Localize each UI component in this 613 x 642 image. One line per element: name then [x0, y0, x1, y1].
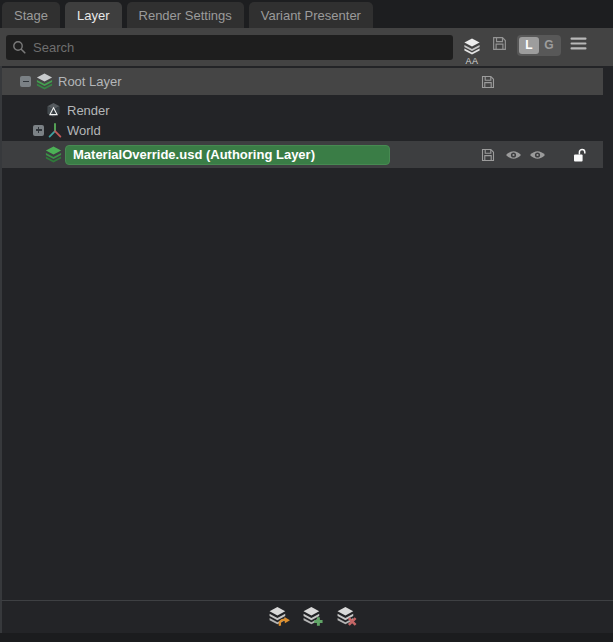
tree-row-world[interactable]: World — [2, 120, 603, 140]
tab-layer[interactable]: Layer — [65, 2, 122, 28]
bottom-edge — [0, 633, 613, 642]
options-menu-button[interactable] — [570, 36, 587, 54]
axis-icon — [47, 123, 63, 138]
layers-icon-green — [44, 146, 63, 163]
search-icon — [12, 40, 26, 54]
row-label: MaterialOverride.usd (Authoring Layer) — [73, 147, 315, 162]
tree-row-root-layer[interactable]: Root Layer — [2, 68, 603, 95]
layers-icon — [35, 73, 54, 90]
global-visibility-toggle[interactable] — [529, 149, 546, 161]
cube-icon — [46, 102, 61, 118]
save-icon — [480, 74, 496, 90]
layer-toolbar-buttons — [267, 605, 361, 629]
collapse-toggle-icon[interactable] — [20, 76, 31, 87]
layer-badge-label: AA — [465, 56, 478, 66]
eye-icon — [505, 149, 522, 161]
authoring-layer-pill[interactable]: MaterialOverride.usd (Authoring Layer) — [65, 145, 390, 165]
layer-remove-icon — [336, 606, 360, 628]
transfer-layer-button[interactable] — [267, 605, 293, 629]
row-label: Root Layer — [58, 74, 122, 89]
save-icon — [491, 35, 508, 52]
unlock-icon — [573, 147, 587, 162]
save-layer-button[interactable] — [480, 74, 496, 90]
save-layer-button[interactable] — [480, 147, 496, 163]
tab-stage[interactable]: Stage — [2, 2, 60, 28]
header-icons: AA L G — [462, 33, 587, 61]
save-all-button[interactable] — [491, 35, 508, 56]
tree-row-render[interactable]: Render — [2, 100, 603, 120]
tree-row-authoring-layer[interactable]: MaterialOverride.usd (Authoring Layer) — [2, 141, 603, 168]
panel-header: AA L G — [0, 28, 613, 66]
layer-panel-window: Stage Layer Render Settings Variant Pres… — [0, 0, 613, 642]
layer-type-toggle[interactable]: AA — [462, 38, 482, 66]
hamburger-menu-icon — [570, 37, 587, 50]
tab-bar: Stage Layer Render Settings Variant Pres… — [0, 0, 613, 28]
save-icon — [480, 147, 496, 163]
layer-toolbar — [0, 600, 613, 633]
visibility-toggle[interactable] — [505, 149, 522, 161]
layer-tree: Root Layer Render — [0, 66, 613, 600]
local-toggle-button[interactable]: L — [519, 37, 539, 54]
local-global-toggle: L G — [517, 35, 561, 56]
row-label: Render — [67, 103, 110, 118]
layers-icon — [462, 38, 482, 55]
layer-transfer-icon — [268, 606, 292, 628]
add-layer-button[interactable] — [301, 605, 327, 629]
row-label: World — [67, 123, 101, 138]
layer-add-icon — [302, 606, 326, 628]
global-toggle-button[interactable]: G — [539, 37, 559, 54]
lock-toggle[interactable] — [573, 147, 587, 162]
search-input[interactable] — [31, 39, 447, 56]
remove-layer-button[interactable] — [335, 605, 361, 629]
search-box[interactable] — [6, 35, 453, 60]
tab-render-settings[interactable]: Render Settings — [127, 2, 244, 28]
eye-icon — [529, 149, 546, 161]
tab-variant-presenter[interactable]: Variant Presenter — [249, 2, 373, 28]
expand-toggle-icon[interactable] — [33, 125, 44, 136]
